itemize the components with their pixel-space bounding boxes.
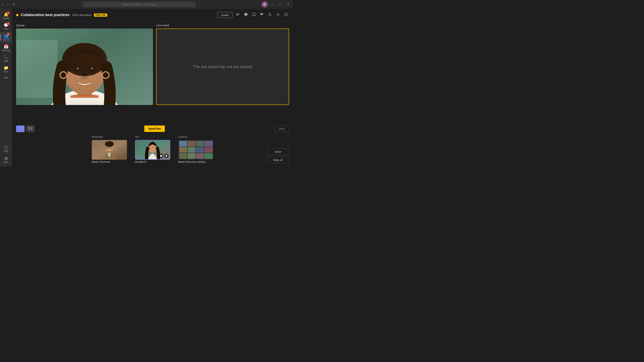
content-cell-11 bbox=[196, 153, 204, 159]
start-button[interactable]: Start bbox=[274, 125, 289, 132]
you-mute-toggle[interactable] bbox=[164, 154, 169, 158]
content-card[interactable]: Babak Shammas desktop bbox=[178, 140, 214, 163]
svg-rect-22 bbox=[18, 127, 22, 130]
svg-point-16 bbox=[91, 67, 94, 69]
svg-point-5 bbox=[278, 14, 279, 15]
live-label: Live event bbox=[156, 24, 289, 27]
maximize-button[interactable]: □ bbox=[278, 2, 283, 7]
app-body: 🔔 2 Activity 💬 1 Chat 👥 1 Teams 📅 Meetin… bbox=[0, 9, 293, 167]
files-icon: 📁 bbox=[4, 65, 9, 70]
person-svg bbox=[16, 28, 153, 105]
attendees-count: 3333 attendees bbox=[72, 13, 92, 17]
split-view-button[interactable] bbox=[26, 125, 34, 132]
meetings-icon: 📅 bbox=[4, 44, 9, 49]
content-group: Content bbox=[178, 135, 214, 163]
share-button[interactable]: Share bbox=[267, 148, 289, 155]
sidebar-label-files: Files bbox=[4, 71, 8, 73]
presenter-group: Presenter bbox=[92, 135, 127, 163]
controls-bar: Send live Start bbox=[12, 124, 293, 134]
activity-icon: 🔔 2 bbox=[4, 12, 9, 17]
sidebar-item-files[interactable]: 📁 Files bbox=[0, 64, 12, 74]
avatar[interactable]: D bbox=[262, 1, 268, 7]
svg-point-15 bbox=[76, 67, 79, 69]
you-video-toggle[interactable] bbox=[159, 154, 164, 158]
svg-rect-3 bbox=[252, 13, 256, 15]
content-thumbnail bbox=[178, 140, 214, 160]
single-view-button[interactable] bbox=[16, 125, 24, 132]
settings-icon-btn[interactable] bbox=[275, 12, 281, 18]
you-thumb-controls bbox=[159, 154, 169, 158]
main-content: Collaboration best practices 3333 attend… bbox=[12, 9, 293, 167]
close-button[interactable]: ✕ bbox=[285, 2, 292, 7]
mute-all-button[interactable]: Mute all bbox=[267, 157, 289, 163]
compose-button[interactable]: ✎ bbox=[11, 2, 17, 7]
sidebar-bottom: ? Help ⊞ Store bbox=[0, 144, 12, 167]
chat-badge: 1 bbox=[7, 22, 10, 25]
participants-row: Presenter bbox=[92, 135, 214, 163]
chat-icon-btn[interactable] bbox=[259, 12, 265, 18]
participants-wrapper: Presenter bbox=[12, 134, 293, 167]
you-group: You bbox=[135, 135, 170, 163]
nav-forward-button[interactable]: › bbox=[6, 2, 9, 7]
sidebar-label-store: Store bbox=[4, 161, 8, 163]
sidebar-item-meetings[interactable]: 📅 Meetings bbox=[0, 42, 12, 53]
sidebar-item-calls[interactable]: 📞 Calls bbox=[0, 53, 12, 64]
send-live-button[interactable]: Send live bbox=[144, 125, 164, 132]
search-input[interactable] bbox=[83, 1, 196, 7]
svg-point-27 bbox=[105, 141, 114, 147]
presenter-name: Babak Shammas bbox=[92, 160, 127, 163]
sidebar-item-store[interactable]: ⊞ Store bbox=[0, 154, 12, 165]
qa-icon-btn[interactable] bbox=[243, 12, 249, 18]
sidebar-item-more[interactable]: ••• bbox=[0, 74, 12, 81]
sidebar: 🔔 2 Activity 💬 1 Chat 👥 1 Teams 📅 Meetin… bbox=[0, 9, 12, 167]
sidebar-label-chat: Chat bbox=[4, 28, 8, 30]
teams-icon: 👥 1 bbox=[4, 33, 9, 38]
action-buttons: Share Mute all bbox=[267, 148, 289, 163]
header-icons bbox=[235, 12, 289, 18]
svg-rect-0 bbox=[236, 13, 240, 14]
you-card[interactable]: Danielle B... bbox=[135, 140, 170, 163]
live-panel: Live event The live event has not yet st… bbox=[156, 24, 289, 121]
content-cell-8 bbox=[204, 147, 212, 153]
more-icon: ••• bbox=[4, 76, 8, 80]
content-cell-7 bbox=[196, 147, 204, 153]
you-group-label: You bbox=[135, 135, 170, 138]
sidebar-item-activity[interactable]: 🔔 2 Activity bbox=[0, 10, 12, 21]
content-cell-3 bbox=[196, 141, 204, 147]
content-cell-1 bbox=[179, 141, 187, 147]
svg-rect-23 bbox=[28, 127, 30, 130]
sidebar-label-teams: Teams bbox=[3, 39, 9, 41]
live-event-placeholder: The live event has not yet started bbox=[193, 64, 252, 69]
queue-label: Queue bbox=[16, 24, 153, 27]
sidebar-item-help[interactable]: ? Help bbox=[0, 144, 12, 154]
pre-live-badge: PRE-LIVE bbox=[94, 13, 108, 17]
presenter-card[interactable]: Babak Shammas bbox=[92, 140, 127, 163]
sidebar-item-chat[interactable]: 💬 1 Chat bbox=[0, 21, 12, 32]
teams-badge: 1 bbox=[7, 32, 10, 36]
whiteboard-icon-btn[interactable] bbox=[251, 12, 257, 18]
titlebar-right: D — □ ✕ bbox=[262, 1, 292, 7]
queue-video bbox=[16, 28, 153, 105]
titlebar-left: ‹ › ✎ bbox=[2, 2, 17, 7]
svg-rect-1 bbox=[236, 14, 240, 15]
add-attendee-icon-btn[interactable] bbox=[267, 12, 273, 18]
store-icon: ⊞ bbox=[4, 156, 8, 161]
titlebar: ‹ › ✎ D — □ ✕ bbox=[0, 0, 293, 9]
leave-button[interactable]: Leave bbox=[217, 12, 233, 18]
content-cell-12 bbox=[204, 153, 212, 159]
nav-back-button[interactable]: ‹ bbox=[2, 2, 5, 7]
sidebar-item-teams[interactable]: 👥 1 Teams bbox=[0, 32, 12, 42]
activity-badge: 2 bbox=[7, 11, 10, 14]
svg-rect-2 bbox=[236, 15, 238, 15]
live-dot bbox=[16, 14, 18, 16]
participants-icon-btn[interactable] bbox=[235, 12, 241, 18]
content-cell-2 bbox=[188, 141, 196, 147]
event-title: Collaboration best practices bbox=[21, 13, 70, 17]
you-thumbnail bbox=[135, 140, 170, 160]
svg-point-33 bbox=[166, 155, 167, 156]
minimize-button[interactable]: — bbox=[269, 2, 276, 7]
info-icon-btn[interactable] bbox=[283, 12, 289, 18]
content-thumb-grid bbox=[178, 140, 214, 160]
sidebar-label-meetings: Meetings bbox=[2, 49, 10, 51]
content-group-label: Content bbox=[178, 135, 214, 138]
